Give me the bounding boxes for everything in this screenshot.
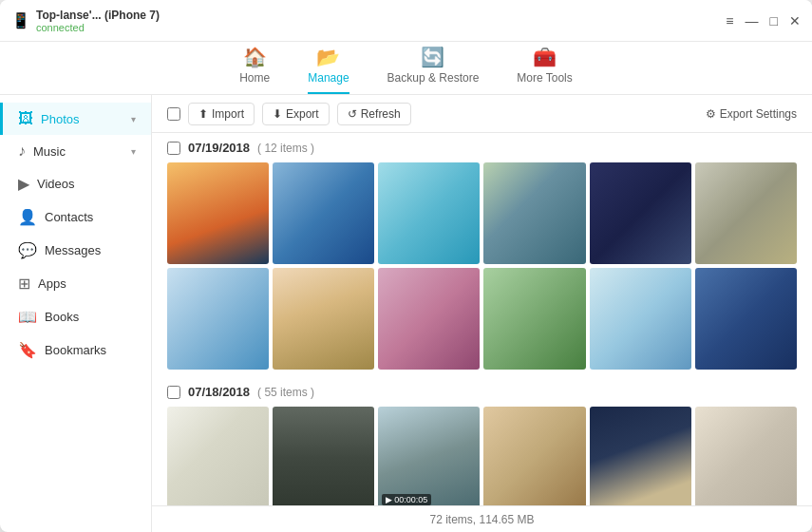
photos-icon: 🖼	[18, 110, 33, 127]
refresh-button[interactable]: ↺ Refresh	[337, 103, 411, 125]
sidebar-label-bookmarks: Bookmarks	[45, 343, 106, 357]
photo-cell[interactable]	[590, 162, 691, 264]
device-name: Top-lanse'... (iPhone 7)	[36, 9, 160, 22]
tab-home[interactable]: 🏠 Home	[239, 46, 270, 94]
tab-tools-label: More Tools	[517, 71, 572, 85]
minimize-button[interactable]: —	[746, 13, 759, 28]
import-label: Import	[212, 107, 244, 121]
video-duration: 00:00:05	[394, 495, 427, 504]
sidebar-item-messages[interactable]: 💬 Messages	[0, 234, 151, 267]
select-all-checkbox[interactable]	[167, 107, 180, 121]
sidebar-item-music[interactable]: ♪ Music ▾	[0, 135, 151, 167]
books-icon: 📖	[18, 308, 37, 326]
apps-icon: ⊞	[18, 275, 30, 293]
video-duration-badge: ▶ 00:00:05	[382, 494, 431, 505]
device-status: connected	[36, 22, 160, 33]
export-button[interactable]: ⬇ Export	[262, 103, 330, 125]
tab-manage-label: Manage	[308, 71, 349, 85]
import-icon: ⬆	[198, 107, 208, 121]
group-2-count: ( 55 items )	[257, 386, 314, 399]
photo-cell[interactable]	[695, 162, 797, 264]
photo-cell[interactable]	[695, 268, 797, 370]
content-area: ⬆ Import ⬇ Export ↺ Refresh ⚙ Export Set…	[152, 95, 812, 532]
group-2-checkbox[interactable]	[167, 386, 180, 399]
messages-icon: 💬	[18, 241, 37, 259]
tab-backup-label: Backup & Restore	[387, 71, 480, 85]
toolbar: ⬆ Import ⬇ Export ↺ Refresh ⚙ Export Set…	[152, 95, 812, 133]
nav-tabs: 🏠 Home 📂 Manage 🔄 Backup & Restore 🧰 Mor…	[0, 42, 812, 95]
photo-cell[interactable]	[483, 407, 585, 505]
photo-grid-2: ▶ 00:00:05	[167, 407, 797, 505]
import-button[interactable]: ⬆ Import	[188, 103, 255, 125]
music-icon: ♪	[18, 142, 26, 160]
window-controls: ≡ — □ ✕	[726, 13, 801, 28]
photo-cell[interactable]	[167, 162, 269, 264]
export-settings-button[interactable]: ⚙ Export Settings	[706, 107, 797, 121]
photo-cell[interactable]	[378, 268, 480, 370]
menu-button[interactable]: ≡	[726, 13, 733, 28]
photo-cell[interactable]	[590, 268, 691, 370]
group-1-count: ( 12 items )	[257, 142, 314, 155]
photo-cell[interactable]	[483, 268, 585, 370]
tab-tools[interactable]: 🧰 More Tools	[517, 46, 572, 94]
photo-cell[interactable]	[167, 268, 269, 370]
photo-group-1: 07/19/2018 ( 12 items )	[167, 141, 797, 370]
sidebar-label-apps: Apps	[38, 276, 66, 291]
photo-cell[interactable]	[167, 407, 269, 505]
group-header-2: 07/18/2018 ( 55 items )	[167, 385, 797, 399]
videos-icon: ▶	[18, 175, 29, 193]
title-bar: 📱 Top-lanse'... (iPhone 7) connected ≡ —…	[0, 0, 812, 42]
sidebar-item-apps[interactable]: ⊞ Apps	[0, 267, 151, 300]
tab-manage[interactable]: 📂 Manage	[308, 46, 349, 94]
close-button[interactable]: ✕	[789, 13, 801, 28]
sidebar-label-books: Books	[45, 310, 79, 324]
manage-icon: 📂	[316, 46, 340, 68]
refresh-label: Refresh	[361, 107, 401, 121]
refresh-icon: ↺	[348, 107, 357, 121]
photo-cell[interactable]: ▶ 00:00:05	[378, 407, 480, 505]
device-info: 📱 Top-lanse'... (iPhone 7) connected	[11, 9, 160, 33]
phone-icon: 📱	[11, 11, 30, 29]
photo-cell[interactable]	[273, 268, 374, 370]
sidebar-label-photos: Photos	[41, 112, 79, 126]
sidebar-item-photos[interactable]: 🖼 Photos ▾	[0, 103, 151, 135]
photo-cell[interactable]	[378, 162, 480, 264]
maximize-button[interactable]: □	[770, 13, 778, 28]
main-content: 🖼 Photos ▾ ♪ Music ▾ ▶ Videos 👤 Contacts…	[0, 95, 812, 532]
video-icon: ▶	[386, 495, 392, 504]
photo-cell[interactable]	[590, 407, 691, 505]
sidebar: 🖼 Photos ▾ ♪ Music ▾ ▶ Videos 👤 Contacts…	[0, 95, 152, 532]
photo-cell[interactable]	[273, 162, 374, 264]
status-text: 72 items, 114.65 MB	[429, 513, 534, 526]
photos-arrow: ▾	[131, 114, 136, 124]
photo-group-2: 07/18/2018 ( 55 items ) ▶	[167, 385, 797, 505]
sidebar-item-videos[interactable]: ▶ Videos	[0, 167, 151, 200]
sidebar-label-messages: Messages	[45, 243, 101, 257]
status-bar: 72 items, 114.65 MB	[152, 505, 812, 532]
group-1-checkbox[interactable]	[167, 142, 180, 155]
export-settings-label: Export Settings	[720, 107, 797, 121]
tab-home-label: Home	[239, 71, 270, 85]
bookmarks-icon: 🔖	[18, 341, 37, 359]
photo-cell[interactable]	[483, 162, 585, 264]
group-header-1: 07/19/2018 ( 12 items )	[167, 141, 797, 155]
contacts-icon: 👤	[18, 208, 37, 226]
group-1-date: 07/19/2018	[188, 141, 250, 155]
photo-grid-1	[167, 162, 797, 370]
sidebar-item-contacts[interactable]: 👤 Contacts	[0, 200, 151, 234]
export-label: Export	[286, 107, 319, 121]
tab-backup[interactable]: 🔄 Backup & Restore	[387, 46, 480, 94]
photo-cell[interactable]	[695, 407, 797, 505]
music-arrow: ▾	[131, 146, 136, 157]
sidebar-label-music: Music	[33, 144, 66, 159]
sidebar-item-bookmarks[interactable]: 🔖 Bookmarks	[0, 333, 151, 367]
sidebar-label-contacts: Contacts	[45, 210, 93, 224]
group-2-date: 07/18/2018	[188, 385, 250, 399]
gear-icon: ⚙	[706, 107, 716, 121]
photo-area[interactable]: 07/19/2018 ( 12 items )	[152, 133, 812, 505]
sidebar-label-videos: Videos	[37, 177, 75, 191]
photo-cell[interactable]	[273, 407, 374, 505]
backup-icon: 🔄	[421, 46, 444, 68]
export-icon: ⬇	[273, 107, 282, 121]
sidebar-item-books[interactable]: 📖 Books	[0, 300, 151, 333]
